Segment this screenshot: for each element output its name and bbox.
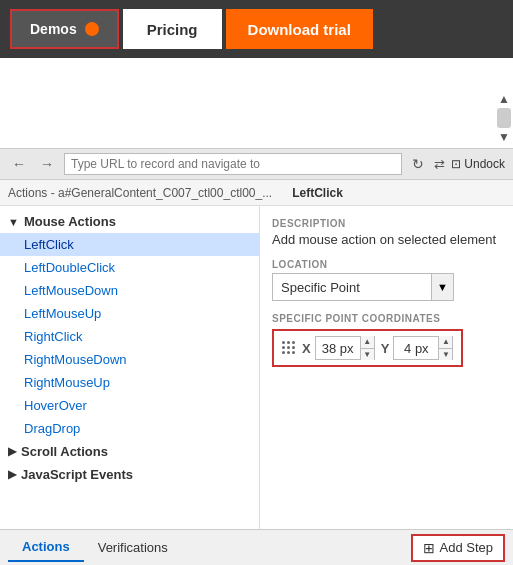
toolbar-right: ⇄ ⊡ Undock xyxy=(434,157,505,172)
external-link-icon: ⇄ xyxy=(434,157,445,172)
location-section: LOCATION Specific Point Center Top Left … xyxy=(272,259,501,301)
sidebar-group-header-mouse-actions[interactable]: ▼ Mouse Actions xyxy=(0,210,259,233)
back-button[interactable]: ← xyxy=(8,154,30,174)
description-section: DESCRIPTION Add mouse action on selected… xyxy=(272,218,501,247)
x-coord-field: X ▲ ▼ xyxy=(302,336,375,360)
sidebar-item-rightmousedown[interactable]: RightMouseDown xyxy=(0,348,259,371)
location-label: LOCATION xyxy=(272,259,501,270)
undock-icon: ⊡ xyxy=(451,157,461,171)
sidebar-group-javascript-events: ▶ JavaScript Events xyxy=(0,463,259,486)
tab-verifications-label: Verifications xyxy=(98,540,168,555)
scroll-down-icon[interactable]: ▼ xyxy=(498,130,510,144)
scroll-up-icon[interactable]: ▲ xyxy=(498,92,510,106)
drag-dots-icon xyxy=(282,341,296,355)
demos-button[interactable]: Demos xyxy=(10,9,119,49)
location-select-wrap: Specific Point Center Top Left Top Right… xyxy=(272,273,501,301)
bottom-bar: Actions Verifications ⊞ Add Step xyxy=(0,529,513,565)
top-nav: Demos Pricing Download trial xyxy=(0,0,513,58)
x-spinner: ▲ ▼ xyxy=(360,336,374,360)
sidebar-item-leftclick[interactable]: LeftClick xyxy=(0,233,259,256)
sidebar-item-leftmousedown[interactable]: LeftMouseDown xyxy=(0,279,259,302)
expand-arrow-icon: ▼ xyxy=(8,216,19,228)
tab-actions-label: Actions xyxy=(22,539,70,554)
x-spin-down[interactable]: ▼ xyxy=(361,349,374,361)
url-input[interactable] xyxy=(64,153,402,175)
select-arrow-icon[interactable]: ▼ xyxy=(432,273,454,301)
browser-preview: ▲ ▼ xyxy=(0,58,513,148)
y-spinner: ▲ ▼ xyxy=(438,336,452,360)
y-spin-down[interactable]: ▼ xyxy=(439,349,452,361)
x-input[interactable] xyxy=(316,337,360,359)
sidebar-item-rightmouseup[interactable]: RightMouseUp xyxy=(0,371,259,394)
pricing-label: Pricing xyxy=(147,21,198,38)
sidebar-item-rightclick[interactable]: RightClick xyxy=(0,325,259,348)
y-coord-field: Y ▲ ▼ xyxy=(381,336,454,360)
sidebar-item-hoverover[interactable]: HoverOver xyxy=(0,394,259,417)
undock-button[interactable]: ⊡ Undock xyxy=(451,157,505,171)
undock-label: Undock xyxy=(464,157,505,171)
toolbar: ← → ↻ ⇄ ⊡ Undock xyxy=(0,148,513,180)
x-input-wrap: ▲ ▼ xyxy=(315,336,375,360)
sidebar: ▼ Mouse Actions LeftClick LeftDoubleClic… xyxy=(0,206,260,529)
download-button[interactable]: Download trial xyxy=(226,9,373,49)
javascript-events-label: JavaScript Events xyxy=(21,467,133,482)
sidebar-item-leftmouseup[interactable]: LeftMouseUp xyxy=(0,302,259,325)
refresh-button[interactable]: ↻ xyxy=(408,154,428,174)
sidebar-item-leftdoubleclick[interactable]: LeftDoubleClick xyxy=(0,256,259,279)
demos-label: Demos xyxy=(30,21,77,37)
sidebar-group-header-javascript-events[interactable]: ▶ JavaScript Events xyxy=(0,463,259,486)
breadcrumb-right: LeftClick xyxy=(292,186,343,200)
sidebar-group-header-scroll-actions[interactable]: ▶ Scroll Actions xyxy=(0,440,259,463)
scrollbar[interactable]: ▲ ▼ xyxy=(497,92,511,144)
location-select[interactable]: Specific Point Center Top Left Top Right… xyxy=(272,273,432,301)
x-label: X xyxy=(302,341,311,356)
js-expand-arrow-icon: ▶ xyxy=(8,468,16,481)
mouse-actions-label: Mouse Actions xyxy=(24,214,116,229)
pricing-button[interactable]: Pricing xyxy=(123,9,222,49)
sidebar-group-scroll-actions: ▶ Scroll Actions xyxy=(0,440,259,463)
tab-verifications[interactable]: Verifications xyxy=(84,534,182,561)
demos-dot-icon xyxy=(85,22,99,36)
coord-row: X ▲ ▼ Y ▲ xyxy=(272,329,463,367)
scroll-actions-label: Scroll Actions xyxy=(21,444,108,459)
y-input-wrap: ▲ ▼ xyxy=(393,336,453,360)
breadcrumb-bar: Actions - a#GeneralContent_C007_ctl00_ct… xyxy=(0,180,513,206)
tab-actions[interactable]: Actions xyxy=(8,533,84,562)
sidebar-group-mouse-actions: ▼ Mouse Actions LeftClick LeftDoubleClic… xyxy=(0,210,259,440)
add-step-label: Add Step xyxy=(440,540,494,555)
coordinates-section: SPECIFIC POINT COORDINATES X ▲ ▼ xyxy=(272,313,501,367)
description-label: DESCRIPTION xyxy=(272,218,501,229)
y-label: Y xyxy=(381,341,390,356)
x-spin-up[interactable]: ▲ xyxy=(361,336,374,349)
forward-button[interactable]: → xyxy=(36,154,58,174)
breadcrumb-left: Actions - a#GeneralContent_C007_ctl00_ct… xyxy=(8,186,272,200)
scroll-thumb[interactable] xyxy=(497,108,511,128)
y-spin-up[interactable]: ▲ xyxy=(439,336,452,349)
add-step-button[interactable]: ⊞ Add Step xyxy=(411,534,506,562)
sidebar-item-dragdrop[interactable]: DragDrop xyxy=(0,417,259,440)
add-step-icon: ⊞ xyxy=(423,540,435,556)
y-input[interactable] xyxy=(394,337,438,359)
main-panel: ▼ Mouse Actions LeftClick LeftDoubleClic… xyxy=(0,206,513,529)
description-text: Add mouse action on selected element xyxy=(272,232,501,247)
scroll-expand-arrow-icon: ▶ xyxy=(8,445,16,458)
coords-label: SPECIFIC POINT COORDINATES xyxy=(272,313,501,324)
download-label: Download trial xyxy=(248,21,351,38)
right-panel: DESCRIPTION Add mouse action on selected… xyxy=(260,206,513,529)
